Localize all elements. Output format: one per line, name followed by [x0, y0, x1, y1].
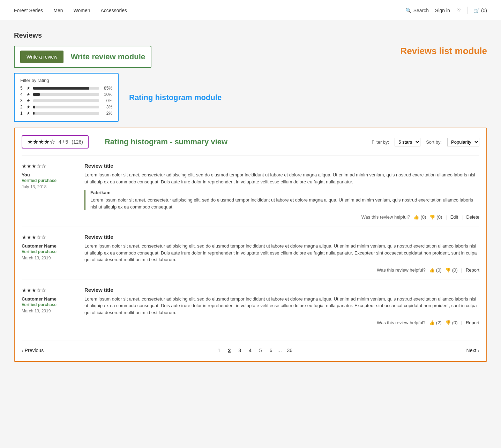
review-body: Lorem ipsum dolor sit amet, consectetur … — [84, 172, 479, 185]
table-row: ★★★☆☆ You Verified purchase July 13, 201… — [22, 155, 479, 227]
sep: | — [461, 320, 462, 325]
review-actions: Was this review helpful? 👍 (0) 👎 (0) | R… — [84, 267, 479, 273]
nav-accessories[interactable]: Accessories — [100, 8, 127, 13]
verified-purchase-badge: Verified purchase — [22, 302, 77, 307]
thumbs-up-icon: 👍 — [429, 320, 435, 325]
thumbs-down-count: (0) — [436, 214, 442, 220]
hist-pct: 3% — [102, 105, 112, 109]
histogram-row[interactable]: 5 ★ 85% — [20, 86, 112, 91]
hist-bar-bg — [33, 87, 99, 90]
thumbs-down-count: (0) — [452, 320, 458, 325]
review-title: Review title — [84, 287, 479, 293]
review-user: Customer Name — [22, 243, 77, 249]
review-right: Review title Lorem ipsum dolor sit amet,… — [84, 234, 479, 273]
chevron-right-icon: › — [478, 348, 479, 353]
thumbs-up-icon: 👍 — [429, 267, 435, 273]
next-label: Next — [466, 348, 477, 353]
verified-purchase-badge: Verified purchase — [22, 249, 77, 254]
histogram-row[interactable]: 1 ★ 2% — [20, 111, 112, 116]
write-review-module: Write a review Write review module — [14, 46, 151, 68]
thumbs-up-button[interactable]: 👍 (0) — [429, 267, 442, 273]
delete-button[interactable]: Delete — [466, 214, 479, 220]
histogram-row[interactable]: 3 ★ 0% — [20, 98, 112, 103]
thumbs-up-icon: 👍 — [413, 214, 419, 220]
histogram-module-label: Rating histogram module — [129, 93, 222, 102]
nav-forest-series[interactable]: Forest Series — [14, 8, 43, 13]
helpful-text: Was this review helpful? — [361, 214, 410, 220]
thumbs-down-button[interactable]: 👎 (0) — [429, 214, 442, 220]
hist-bar-fill — [33, 93, 40, 96]
search-label: Search — [413, 8, 429, 13]
review-left: ★★★☆☆ Customer Name Verified purchase Ma… — [22, 234, 77, 273]
sort-select[interactable]: Popularity Newest Oldest — [447, 138, 479, 146]
hist-num: 1 — [20, 111, 24, 116]
page-num-1[interactable]: 1 — [215, 347, 223, 354]
search-button[interactable]: 🔍 Search — [405, 8, 429, 13]
edit-button[interactable]: Edit — [450, 214, 458, 220]
page-num-2[interactable]: 2 — [225, 347, 233, 354]
fabrikam-reply: Fabrikam Lorem ipsum dolor sit amet, con… — [84, 190, 479, 210]
hist-bar-fill — [33, 87, 89, 90]
nav-women[interactable]: Women — [73, 8, 90, 13]
table-row: ★★★☆☆ Customer Name Verified purchase Ma… — [22, 227, 479, 280]
cart-button[interactable]: 🛒 (0) — [474, 8, 487, 13]
sep: | — [461, 267, 462, 273]
prev-button[interactable]: ‹ Previous — [22, 348, 44, 353]
cart-icon: 🛒 — [474, 8, 480, 13]
review-left: ★★★☆☆ You Verified purchase July 13, 201… — [22, 163, 77, 220]
thumbs-down-button[interactable]: 👎 (0) — [445, 267, 458, 273]
page-num-6[interactable]: 6 — [267, 347, 275, 354]
thumbs-down-button[interactable]: 👎 (0) — [445, 320, 458, 325]
thumbs-up-count: (0) — [436, 267, 442, 273]
hist-pct: 0% — [102, 98, 112, 103]
summary-score: 4 / 5 — [59, 139, 68, 145]
page-num-36[interactable]: 36 — [284, 347, 295, 354]
summary-bar: ★★★★☆ 4 / 5 (126) Rating histogram - sum… — [22, 135, 479, 149]
page-num-3[interactable]: 3 — [235, 347, 244, 354]
thumbs-up-button[interactable]: 👍 (2) — [429, 320, 442, 325]
hist-pct: 85% — [102, 86, 112, 91]
hist-bar-bg — [33, 99, 99, 102]
search-icon: 🔍 — [405, 8, 411, 13]
hist-star-icon: ★ — [27, 111, 30, 116]
thumbs-up-button[interactable]: 👍 (0) — [413, 214, 426, 220]
histogram-row[interactable]: 4 ★ 10% — [20, 92, 112, 97]
pagination: ‹ Previous 123456…36 Next › — [22, 341, 479, 354]
nav-links: Forest Series Men Women Accessories — [14, 8, 405, 13]
hist-star-icon: ★ — [27, 86, 30, 91]
histogram-row[interactable]: 2 ★ 3% — [20, 105, 112, 109]
histogram-rows: 5 ★ 85% 4 ★ 10% 3 ★ 0% 2 ★ 3% 1 ★ 2% — [20, 86, 112, 116]
thumbs-down-icon: 👎 — [445, 267, 451, 273]
page: Reviews Write a review Write review modu… — [0, 21, 501, 448]
review-title: Review title — [84, 234, 479, 240]
review-user: Customer Name — [22, 296, 77, 302]
review-date: July 13, 2018 — [22, 184, 77, 189]
thumbs-up-count: (2) — [436, 320, 442, 325]
page-numbers: 123456…36 — [215, 347, 295, 354]
hist-star-icon: ★ — [27, 92, 30, 97]
review-user: You — [22, 172, 77, 177]
nav-men[interactable]: Men — [53, 8, 63, 13]
filter-select[interactable]: 5 stars 4 stars 3 stars 2 stars 1 star — [395, 138, 420, 146]
review-date: March 13, 2019 — [22, 256, 77, 260]
report-button[interactable]: Report — [466, 320, 479, 325]
review-title: Review title — [84, 163, 479, 169]
wishlist-icon[interactable]: ♡ — [456, 8, 461, 13]
signin-link[interactable]: Sign in — [435, 8, 450, 13]
hist-pct: 10% — [102, 92, 112, 97]
hist-bar-fill — [33, 112, 35, 115]
hist-pct: 2% — [102, 111, 112, 116]
reviews-main-section: ★★★★☆ 4 / 5 (126) Rating histogram - sum… — [14, 128, 487, 362]
histogram-module: Filter by rating 5 ★ 85% 4 ★ 10% 3 ★ 0% … — [14, 73, 119, 122]
hist-num: 5 — [20, 86, 24, 91]
modules-area: Write a review Write review module Filte… — [14, 46, 487, 122]
page-num-4[interactable]: 4 — [246, 347, 254, 354]
navbar: Forest Series Men Women Accessories 🔍 Se… — [0, 0, 501, 21]
nav-divider — [467, 7, 468, 14]
report-button[interactable]: Report — [466, 267, 479, 273]
reviews-list: ★★★☆☆ You Verified purchase July 13, 201… — [22, 155, 479, 332]
page-num-5[interactable]: 5 — [256, 347, 265, 354]
write-review-button[interactable]: Write a review — [20, 51, 63, 63]
next-button[interactable]: Next › — [466, 348, 479, 353]
thumbs-down-icon: 👎 — [445, 320, 451, 325]
